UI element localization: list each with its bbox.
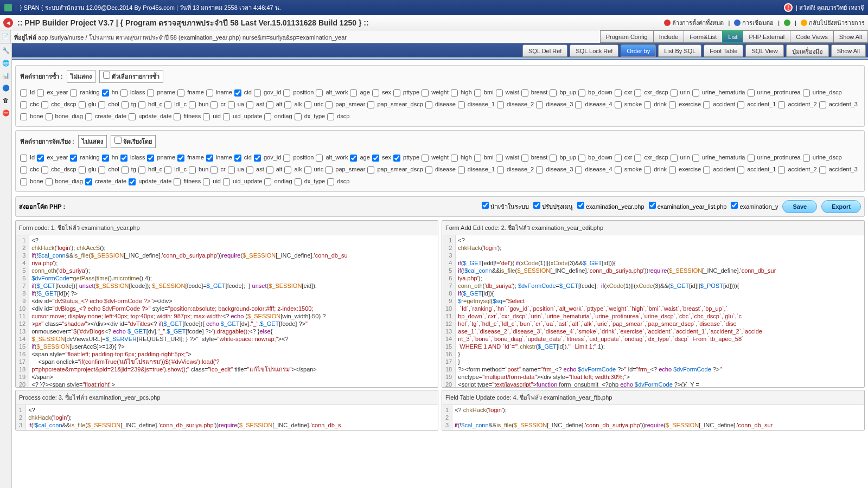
field-chk-bp_down[interactable]: bp_down [578, 151, 612, 163]
field-chk-dx_type[interactable]: dx_type [295, 175, 326, 187]
field-chk-Id[interactable]: Id [20, 151, 35, 163]
field-chk-urine_dscp[interactable]: urine_dscp [803, 86, 842, 98]
field-chk-disease_3[interactable]: disease_3 [536, 163, 573, 175]
field-chk-ua[interactable]: ua [228, 98, 244, 110]
field-chk-alk[interactable]: alk [284, 98, 302, 110]
main-tab-formlist[interactable]: Form&List [684, 30, 723, 43]
field-chk-position[interactable]: position [283, 86, 314, 98]
sort-chk[interactable] [114, 137, 122, 144]
sub-tab-3[interactable]: List By SQL [658, 44, 701, 57]
field-chk-cxr_dscp[interactable]: cxr_dscp [634, 151, 668, 163]
field-chk-glu[interactable]: glu [79, 98, 97, 110]
tool-icon-6[interactable]: ⛔ [1, 107, 11, 118]
field-chk-drink[interactable]: drink [644, 98, 667, 110]
field-chk-urin[interactable]: urin [671, 86, 690, 98]
field-chk-accident_3[interactable]: accident_3 [819, 163, 858, 175]
field-chk-disease[interactable]: disease [425, 98, 456, 110]
field-chk-sex[interactable]: sex [372, 86, 391, 98]
field-chk-dx_type[interactable]: dx_type [295, 110, 326, 122]
export-opt-1[interactable]: ปรับปรุงเมนู [533, 203, 573, 210]
field-chk-ondiag[interactable]: ondiag [264, 110, 292, 122]
field-chk-exercise[interactable]: exercise [669, 163, 701, 175]
field-chk-disease_3[interactable]: disease_3 [536, 98, 573, 110]
field-chk-bp_down[interactable]: bp_down [578, 86, 612, 98]
alert-icon[interactable]: ! [784, 3, 793, 12]
sub-tab-1[interactable]: SQL Lock Ref [570, 44, 618, 57]
back-to-list-link[interactable]: กลับไปยังหน้ารายการ [801, 18, 865, 28]
export-opt-4[interactable]: examination_y [731, 203, 778, 210]
field-chk-hdl_c[interactable]: hdl_c [138, 98, 162, 110]
field-chk-drink[interactable]: drink [644, 163, 667, 175]
field-chk-ast[interactable]: ast [246, 163, 264, 175]
field-chk-urine_hematuria[interactable]: urine_hematuria [692, 151, 745, 163]
field-chk-glu[interactable]: glu [79, 163, 97, 175]
field-chk-accident[interactable]: accident [703, 163, 735, 175]
field-chk-cbc_dscp[interactable]: cbc_dscp [41, 163, 76, 175]
tool-icon-5[interactable]: 🗑 [1, 95, 11, 106]
code-body-3[interactable]: 123 <?chkHack('login');if(!$cal_conn&&is… [16, 405, 438, 430]
tool-icon-1[interactable]: 🔧 [1, 45, 11, 56]
field-chk-fitness[interactable]: fitness [174, 175, 201, 187]
field-chk-cxr[interactable]: cxr [615, 151, 633, 163]
field-chk-bmi[interactable]: bmi [474, 151, 494, 163]
field-chk-pname[interactable]: pname [147, 151, 175, 163]
main-tab-showall[interactable]: Show All [833, 30, 868, 43]
field-chk-dscp[interactable]: dscp [327, 110, 349, 122]
save-button[interactable]: Save [782, 200, 817, 213]
field-chk-alt_work[interactable]: alt_work [316, 86, 348, 98]
connect-link[interactable]: การเชื่อมต่อ [734, 18, 774, 28]
code-body-2[interactable]: 12345678910111213141516171819202122 <?ch… [442, 235, 864, 387]
field-chk-alt_work[interactable]: alt_work [316, 151, 348, 163]
field-chk-accident_2[interactable]: accident_2 [778, 163, 816, 175]
field-chk-urine_protinurea[interactable]: urine_protinurea [748, 151, 801, 163]
field-chk-accident_1[interactable]: accident_1 [737, 98, 776, 110]
field-chk-sex[interactable]: sex [372, 151, 391, 163]
main-tab-list[interactable]: List [722, 30, 743, 43]
field-chk-ex_year[interactable]: ex_year [37, 86, 68, 98]
field-chk-waist[interactable]: waist [496, 151, 519, 163]
field-chk-disease_2[interactable]: disease_2 [497, 163, 534, 175]
field-chk-alt[interactable]: alt [266, 163, 283, 175]
field-chk-cr[interactable]: cr [210, 163, 225, 175]
repeat-chk[interactable] [103, 72, 110, 79]
field-chk-uid[interactable]: uid [203, 110, 221, 122]
field-chk-accident_3[interactable]: accident_3 [819, 98, 858, 110]
field-chk-ranking[interactable]: ranking [70, 151, 99, 163]
field-chk-pap_smear[interactable]: pap_smear [326, 98, 365, 110]
field-chk-update_date[interactable]: update_date [129, 110, 171, 122]
field-chk-hn[interactable]: hn [102, 86, 118, 98]
field-chk-fitness[interactable]: fitness [174, 110, 201, 122]
field-chk-weight[interactable]: weight [422, 86, 449, 98]
back-icon[interactable]: ◄ [3, 18, 13, 28]
field-chk-position[interactable]: position [283, 151, 314, 163]
field-chk-ldl_c[interactable]: ldl_c [164, 98, 187, 110]
field-chk-dscp[interactable]: dscp [327, 175, 349, 187]
field-chk-cbc[interactable]: cbc [20, 98, 39, 110]
field-chk-waist[interactable]: waist [496, 86, 519, 98]
field-chk-cxr_dscp[interactable]: cxr_dscp [634, 86, 668, 98]
field-chk-bone_diag[interactable]: bone_diag [46, 110, 83, 122]
field-chk-fname[interactable]: fname [177, 86, 204, 98]
field-chk-create_date[interactable]: create_date [85, 110, 126, 122]
field-chk-cbc[interactable]: cbc [20, 163, 39, 175]
sub-tab-6[interactable]: ปุ่มเครื่องมือ [786, 44, 829, 57]
field-chk-disease_2[interactable]: disease_2 [497, 98, 534, 110]
field-chk-tg[interactable]: tg [122, 163, 136, 175]
field-chk-hdl_c[interactable]: hdl_c [138, 163, 162, 175]
field-chk-bone_diag[interactable]: bone_diag [46, 175, 83, 187]
field-chk-accident[interactable]: accident [703, 98, 735, 110]
field-chk-ranking[interactable]: ranking [70, 86, 99, 98]
field-chk-cbc_dscp[interactable]: cbc_dscp [41, 98, 76, 110]
field-chk-lname[interactable]: lname [206, 86, 232, 98]
clear-all-link[interactable]: ล้างการตั้งค่าทั้งหมด [664, 18, 724, 28]
field-chk-ast[interactable]: ast [246, 98, 264, 110]
main-tab-programconfig[interactable]: Program Config [600, 30, 654, 43]
export-opt-0[interactable]: นำเข้าในระบบ [482, 203, 529, 210]
field-chk-weight[interactable]: weight [422, 151, 449, 163]
field-chk-bone[interactable]: bone [20, 175, 43, 187]
field-chk-alt[interactable]: alt [266, 98, 283, 110]
sub-tab-7[interactable]: Show All [831, 44, 866, 57]
field-chk-bp_up[interactable]: bp_up [550, 151, 576, 163]
sub-tab-0[interactable]: SQL Del Ref [522, 44, 567, 57]
export-button[interactable]: Export [821, 200, 861, 213]
